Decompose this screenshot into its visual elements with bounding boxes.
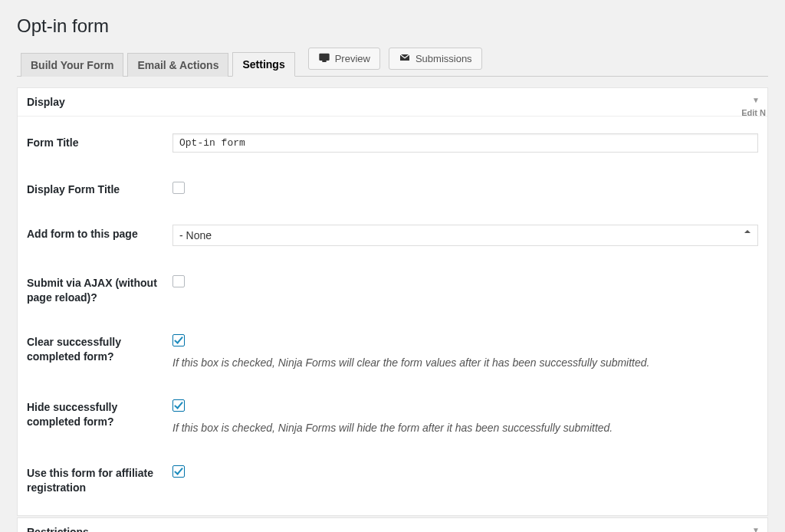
panel-display-title: Display [27,96,65,108]
display-form-title-checkbox[interactable] [172,182,185,194]
add-to-page-label: Add form to this page [27,225,172,241]
hide-checkbox[interactable] [172,399,185,412]
svg-rect-0 [320,54,329,60]
ajax-checkbox[interactable] [172,275,185,287]
clear-checkbox[interactable] [172,334,185,346]
mail-icon [399,51,411,66]
chevron-down-icon[interactable]: ▼ [752,96,760,104]
form-title-label: Form Title [27,133,172,150]
chevron-down-icon[interactable]: ▼ [752,526,760,532]
clear-desc: If this box is checked, Ninja Forms will… [172,356,758,371]
svg-rect-1 [323,61,326,61]
hide-desc: If this box is checked, Ninja Forms will… [172,421,758,436]
panel-display-header[interactable]: Display ▼ Edit N [18,88,767,117]
preview-icon [318,51,330,66]
display-form-title-label: Display Form Title [27,180,172,197]
clear-label: Clear successfully completed form? [27,333,172,364]
tab-settings[interactable]: Settings [232,52,294,77]
preview-label: Preview [335,53,370,64]
hide-label: Hide successfully completed form? [27,398,172,429]
preview-button[interactable]: Preview [308,48,380,70]
panel-restrictions-title: Restrictions [27,526,89,532]
tab-email-actions[interactable]: Email & Actions [127,53,228,77]
submissions-button[interactable]: Submissions [389,48,482,70]
submissions-label: Submissions [415,53,472,64]
page-title: Opt-in form [17,15,768,37]
affiliate-label: Use this form for affiliate registration [27,464,172,495]
edit-hint: Edit N [741,108,766,117]
affiliate-checkbox[interactable] [172,465,185,478]
tabs-nav: Build Your Form Email & Actions Settings… [17,48,768,77]
panel-restrictions-header[interactable]: Restrictions ▼ Edit N [18,518,767,532]
panel-restrictions: Restrictions ▼ Edit N [17,517,768,532]
ajax-label: Submit via AJAX (without page reload)? [27,274,172,305]
form-title-input[interactable] [172,133,758,153]
panel-display: Display ▼ Edit N Form Title Display Form… [17,87,768,516]
add-to-page-select[interactable]: - None [172,225,758,246]
tab-build-your-form[interactable]: Build Your Form [21,53,123,77]
